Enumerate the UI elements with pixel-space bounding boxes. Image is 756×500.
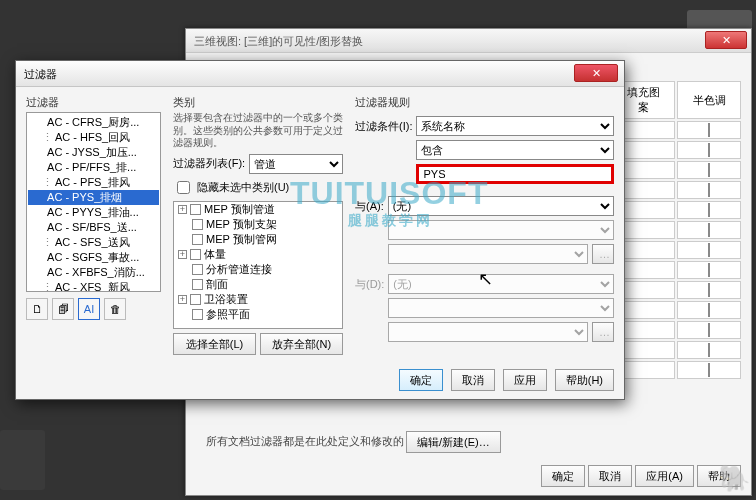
filter-tree-item[interactable]: ⋮AC - HFS_回风 — [28, 130, 159, 145]
halftone-checkbox[interactable] — [708, 223, 710, 237]
help-button[interactable]: 帮助(H) — [555, 369, 614, 391]
halftone-checkbox[interactable] — [708, 323, 710, 337]
and-value-combo — [388, 244, 588, 264]
filter-tree-item[interactable]: AC - PYS_排烟 — [28, 190, 159, 205]
category-checkbox[interactable] — [190, 204, 201, 215]
category-checkbox[interactable] — [192, 264, 203, 275]
hide-unchecked-label: 隐藏未选中类别(U) — [197, 180, 289, 195]
dlg-close-button[interactable]: ✕ — [574, 64, 618, 82]
category-label: 体量 — [204, 247, 226, 262]
filterlist-label: 过滤器列表(F): — [173, 156, 245, 171]
expander-icon[interactable]: + — [178, 295, 187, 304]
bg-cancel-button[interactable]: 取消 — [588, 465, 632, 487]
expander-icon[interactable]: + — [178, 205, 187, 214]
and-op-combo — [388, 220, 614, 240]
category-item[interactable]: 分析管道连接 — [176, 262, 342, 277]
browse-button: … — [592, 244, 614, 264]
halftone-checkbox[interactable] — [708, 123, 710, 137]
edit-new-button[interactable]: 编辑/新建(E)… — [406, 431, 501, 453]
category-item[interactable]: MEP 预制管网 — [176, 232, 342, 247]
filters-tree[interactable]: AC - CFRS_厨房...⋮AC - HFS_回风 AC - JYSS_加压… — [26, 112, 161, 292]
col-halftone: 半色调 — [677, 81, 741, 119]
category-label: MEP 预制管道 — [204, 202, 275, 217]
category-item[interactable]: +体量 — [176, 247, 342, 262]
halftone-checkbox[interactable] — [708, 283, 710, 297]
category-label: 参照平面 — [206, 307, 250, 322]
category-label: 卫浴装置 — [204, 292, 248, 307]
watermark-logo-icon: 🐘 — [718, 463, 750, 494]
select-all-button[interactable]: 选择全部(L) — [173, 333, 256, 355]
and2-value-combo — [388, 322, 588, 342]
bg-ok-button[interactable]: 确定 — [541, 465, 585, 487]
category-checkbox[interactable] — [192, 309, 203, 320]
category-checkbox[interactable] — [192, 279, 203, 290]
rule-operator-combo[interactable]: 包含 — [416, 140, 614, 160]
dlg-titlebar[interactable]: 过滤器 ✕ — [16, 61, 624, 87]
category-label: 分析管道连接 — [206, 262, 272, 277]
category-item[interactable]: MEP 预制支架 — [176, 217, 342, 232]
filters-dialog: 过滤器 ✕ 过滤器 AC - CFRS_厨房...⋮AC - HFS_回风 AC… — [15, 60, 625, 400]
cancel-button[interactable]: 取消 — [451, 369, 495, 391]
and2-combo: (无) — [388, 274, 614, 294]
filter-tree-item[interactable]: AC - SGFS_事故... — [28, 250, 159, 265]
halftone-checkbox[interactable] — [708, 363, 710, 377]
halftone-checkbox[interactable] — [708, 263, 710, 277]
filters-toolbar: 🗋 🗐 AI 🗑 — [26, 298, 161, 320]
apply-button[interactable]: 应用 — [503, 369, 547, 391]
halftone-checkbox[interactable] — [708, 243, 710, 257]
delete-filter-button[interactable]: 🗑 — [104, 298, 126, 320]
halftone-checkbox[interactable] — [708, 303, 710, 317]
halftone-checkbox[interactable] — [708, 343, 710, 357]
rule-value-input[interactable] — [416, 164, 614, 184]
ok-button[interactable]: 确定 — [399, 369, 443, 391]
filter-tree-item[interactable]: AC - CFRS_厨房... — [28, 115, 159, 130]
halftone-checkbox[interactable] — [708, 183, 710, 197]
filter-tree-item[interactable]: ⋮AC - PFS_排风 — [28, 175, 159, 190]
categories-label: 类别 — [173, 95, 343, 110]
rule-field-combo[interactable]: 系统名称 — [416, 116, 614, 136]
bg-note: 所有文档过滤器都是在此处定义和修改的 — [206, 434, 404, 449]
bg-titlebar: 三维视图: [三维]的可见性/图形替换 ✕ — [186, 29, 751, 53]
and-label: 与(A): — [355, 199, 384, 214]
and-combo[interactable]: (无) — [388, 196, 614, 216]
category-label: 剖面 — [206, 277, 228, 292]
expander-icon[interactable]: + — [178, 250, 187, 259]
halftone-checkbox[interactable] — [708, 143, 710, 157]
category-item[interactable]: +卫浴装置 — [176, 292, 342, 307]
filter-tree-item[interactable]: AC - PYYS_排油... — [28, 205, 159, 220]
dlg-title: 过滤器 — [24, 68, 57, 80]
category-item[interactable]: 参照平面 — [176, 307, 342, 322]
hide-unchecked-checkbox[interactable] — [177, 181, 190, 194]
category-checkbox[interactable] — [192, 234, 203, 245]
bg-title: 三维视图: [三维]的可见性/图形替换 — [194, 35, 363, 47]
category-checkbox[interactable] — [192, 219, 203, 230]
categories-desc: 选择要包含在过滤器中的一个或多个类别。这些类别的公共参数可用于定义过滤器规则。 — [173, 112, 343, 150]
category-label: MEP 预制支架 — [206, 217, 277, 232]
new-filter-button[interactable]: 🗋 — [26, 298, 48, 320]
filter-tree-item[interactable]: AC - JYSS_加压... — [28, 145, 159, 160]
browse2-button: … — [592, 322, 614, 342]
halftone-checkbox[interactable] — [708, 203, 710, 217]
category-item[interactable]: 剖面 — [176, 277, 342, 292]
category-checkbox[interactable] — [190, 294, 201, 305]
bg-close-button[interactable]: ✕ — [705, 31, 747, 49]
category-item[interactable]: +MEP 预制管道 — [176, 202, 342, 217]
hide-unchecked-row[interactable]: 隐藏未选中类别(U) — [173, 178, 343, 197]
discard-all-button[interactable]: 放弃全部(N) — [260, 333, 343, 355]
filter-tree-item[interactable]: AC - XFBFS_消防... — [28, 265, 159, 280]
and2-op-combo — [388, 298, 614, 318]
and2-label: 与(D): — [355, 277, 384, 292]
bg-apply-button[interactable]: 应用(A) — [635, 465, 694, 487]
category-list[interactable]: +MEP 预制管道MEP 预制支架MEP 预制管网+体量分析管道连接剖面+卫浴装… — [173, 201, 343, 330]
halftone-checkbox[interactable] — [708, 163, 710, 177]
category-checkbox[interactable] — [190, 249, 201, 260]
filter-tree-item[interactable]: ⋮AC - SFS_送风 — [28, 235, 159, 250]
dup-filter-button[interactable]: 🗐 — [52, 298, 74, 320]
filters-label: 过滤器 — [26, 95, 161, 110]
filter-tree-item[interactable]: AC - SF/BFS_送... — [28, 220, 159, 235]
rename-filter-button[interactable]: AI — [78, 298, 100, 320]
filter-tree-item[interactable]: ⋮AC - XFS_新风 — [28, 280, 159, 292]
rules-label: 过滤器规则 — [355, 95, 614, 110]
filter-tree-item[interactable]: AC - PF/FFS_排... — [28, 160, 159, 175]
filterlist-combo[interactable]: 管道 — [249, 154, 343, 174]
